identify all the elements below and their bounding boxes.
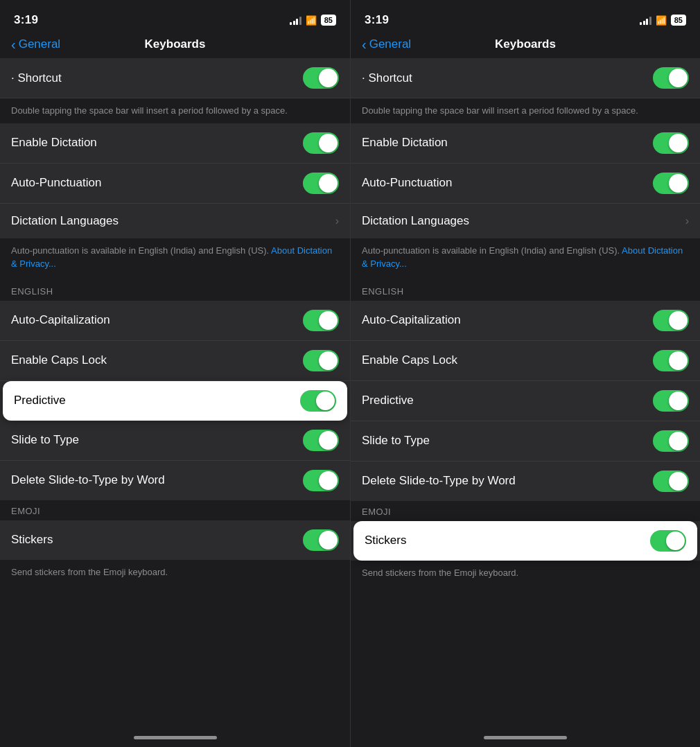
page-title-left: Keyboards: [145, 37, 206, 51]
enable-caps-lock-toggle-left[interactable]: [303, 350, 339, 371]
dictation-languages-row-left[interactable]: Dictation Languages ›: [0, 204, 350, 238]
home-bar-right: [484, 736, 567, 739]
stickers-row-left[interactable]: Stickers: [0, 520, 350, 560]
status-time-left: 3:19: [14, 13, 38, 27]
emoji-section-label-right: EMOJI: [351, 501, 700, 521]
page-title-right: Keyboards: [495, 37, 556, 51]
dictation-privacy-link-left[interactable]: About Dictation & Privacy...: [11, 245, 332, 270]
enable-dictation-row-right[interactable]: Enable Dictation: [351, 123, 700, 164]
predictive-row-left[interactable]: Predictive: [3, 381, 347, 421]
auto-capitalization-toggle-left[interactable]: [303, 310, 339, 331]
english-section-label-left: ENGLISH: [0, 281, 350, 301]
signal-icon-right: [640, 16, 651, 25]
shortcut-section-left: · Shortcut: [0, 58, 350, 98]
english-rows-right: Auto-Capitalization Enable Caps Lock Pre…: [351, 301, 700, 501]
wifi-icon-left: 📶: [306, 15, 317, 26]
slide-to-type-toggle-left[interactable]: [303, 430, 339, 451]
enable-caps-lock-toggle-right[interactable]: [653, 350, 689, 371]
shortcut-note-left: Double tapping the space bar will insert…: [0, 98, 350, 123]
chevron-right-icon-left: ›: [335, 215, 339, 227]
home-indicator-right: [351, 728, 700, 747]
delete-slide-toggle-right[interactable]: [653, 471, 689, 492]
status-time-right: 3:19: [365, 13, 389, 27]
stickers-toggle-right[interactable]: [650, 530, 686, 552]
shortcut-label-left: · Shortcut: [11, 71, 62, 85]
auto-punctuation-label-right: Auto-Punctuation: [362, 176, 452, 190]
nav-bar-right: ‹ General Keyboards: [351, 35, 700, 58]
back-label-left: General: [19, 37, 60, 51]
dictation-languages-label-left: Dictation Languages: [11, 214, 119, 228]
home-bar-left: [134, 736, 217, 739]
chevron-left-icon-right: ‹: [362, 37, 367, 51]
back-button-right[interactable]: ‹ General: [362, 37, 411, 51]
dictation-footer-right: Auto-punctuation is available in English…: [351, 238, 700, 281]
auto-punctuation-toggle-right[interactable]: [653, 173, 689, 194]
enable-dictation-label-left: Enable Dictation: [11, 136, 97, 150]
dictation-languages-row-right[interactable]: Dictation Languages ›: [351, 204, 700, 238]
enable-caps-lock-label-left: Enable Caps Lock: [11, 353, 107, 367]
content-right: · Shortcut Double tapping the space bar …: [351, 58, 700, 728]
enable-dictation-row-left[interactable]: Enable Dictation: [0, 123, 350, 164]
predictive-label-left: Predictive: [14, 394, 66, 407]
stickers-label-right: Stickers: [365, 534, 406, 547]
slide-to-type-row-right[interactable]: Slide to Type: [351, 421, 700, 462]
english-rows-left: Auto-Capitalization Enable Caps Lock Pre…: [0, 301, 350, 500]
delete-slide-row-right[interactable]: Delete Slide-to-Type by Word: [351, 462, 700, 501]
stickers-label-left: Stickers: [11, 533, 53, 547]
delete-slide-row-left[interactable]: Delete Slide-to-Type by Word: [0, 461, 350, 500]
nav-bar-left: ‹ General Keyboards: [0, 35, 350, 58]
enable-dictation-toggle-right[interactable]: [653, 132, 689, 154]
auto-capitalization-toggle-right[interactable]: [653, 310, 689, 331]
dictation-privacy-link-right[interactable]: About Dictation & Privacy...: [362, 245, 683, 270]
predictive-toggle-left[interactable]: [300, 390, 336, 412]
emoji-footer-left: Send stickers from the Emoji keyboard.: [0, 560, 350, 589]
battery-right: 85: [671, 15, 686, 26]
left-panel: 3:19 📶 85 ‹ General Keyboards · Shortcut: [0, 0, 350, 747]
home-indicator-left: [0, 728, 350, 747]
shortcut-toggle-left[interactable]: [303, 67, 339, 89]
shortcut-label-right: · Shortcut: [362, 71, 412, 85]
shortcut-toggle-right[interactable]: [653, 67, 689, 89]
auto-capitalization-label-right: Auto-Capitalization: [362, 313, 461, 327]
enable-caps-lock-row-left[interactable]: Enable Caps Lock: [0, 341, 350, 381]
shortcut-row-right: · Shortcut: [351, 58, 700, 98]
dictation-languages-label-right: Dictation Languages: [362, 214, 469, 228]
auto-capitalization-row-right[interactable]: Auto-Capitalization: [351, 301, 700, 341]
shortcut-row-left: · Shortcut: [0, 58, 350, 98]
predictive-row-right[interactable]: Predictive: [351, 381, 700, 421]
auto-punctuation-row-right[interactable]: Auto-Punctuation: [351, 164, 700, 204]
slide-to-type-row-left[interactable]: Slide to Type: [0, 421, 350, 461]
status-icons-left: 📶 85: [290, 15, 336, 26]
back-label-right: General: [369, 37, 411, 51]
predictive-toggle-right[interactable]: [653, 390, 689, 412]
enable-dictation-toggle-left[interactable]: [303, 132, 339, 154]
slide-to-type-label-right: Slide to Type: [362, 434, 430, 448]
chevron-right-icon-right: ›: [685, 215, 689, 227]
emoji-rows-left: Stickers: [0, 520, 350, 560]
content-left: · Shortcut Double tapping the space bar …: [0, 58, 350, 728]
auto-punctuation-row-left[interactable]: Auto-Punctuation: [0, 164, 350, 204]
emoji-section-label-left: EMOJI: [0, 500, 350, 520]
slide-to-type-label-left: Slide to Type: [11, 433, 79, 447]
status-bar-right: 3:19 📶 85: [351, 0, 700, 35]
status-bar-left: 3:19 📶 85: [0, 0, 350, 35]
slide-to-type-toggle-right[interactable]: [653, 430, 689, 452]
auto-punctuation-toggle-left[interactable]: [303, 173, 339, 194]
battery-left: 85: [321, 15, 336, 26]
dictation-rows-right: Enable Dictation Auto-Punctuation Dictat…: [351, 123, 700, 238]
dictation-footer-left: Auto-punctuation is available in English…: [0, 238, 350, 281]
stickers-row-right[interactable]: Stickers: [353, 521, 697, 561]
shortcut-section-right: · Shortcut: [351, 58, 700, 98]
wifi-icon-right: 📶: [656, 15, 667, 26]
shortcut-note-right: Double tapping the space bar will insert…: [351, 98, 700, 123]
chevron-left-icon-left: ‹: [11, 37, 16, 51]
auto-capitalization-row-left[interactable]: Auto-Capitalization: [0, 301, 350, 341]
delete-slide-toggle-left[interactable]: [303, 470, 339, 491]
right-panel: 3:19 📶 85 ‹ General Keyboards · Shortcut: [350, 0, 700, 747]
enable-caps-lock-row-right[interactable]: Enable Caps Lock: [351, 341, 700, 381]
auto-punctuation-label-left: Auto-Punctuation: [11, 176, 101, 190]
back-button-left[interactable]: ‹ General: [11, 37, 60, 51]
delete-slide-label-left: Delete Slide-to-Type by Word: [11, 473, 165, 487]
predictive-label-right: Predictive: [362, 394, 414, 407]
stickers-toggle-left[interactable]: [303, 529, 339, 551]
